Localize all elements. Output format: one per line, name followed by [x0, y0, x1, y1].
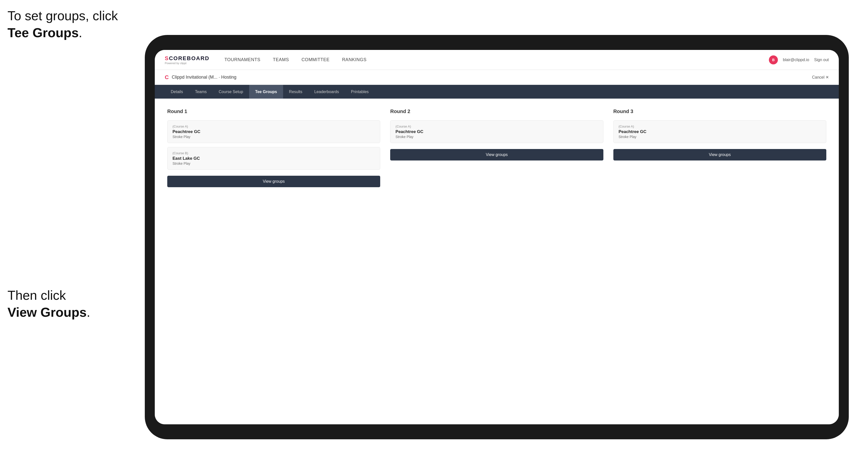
main-content: Round 1 (Course A) Peachtree GC Stroke P…	[155, 99, 839, 424]
round-1-course-b-card: (Course B) East Lake GC Stroke Play	[167, 147, 380, 170]
nav-committee[interactable]: COMMITTEE	[302, 57, 330, 62]
round-1-course-b-label: (Course B)	[173, 151, 375, 155]
tab-nav: Details Teams Course Setup Tee Groups Re…	[155, 85, 839, 99]
tablet-screen: SCOREBOARD Powered by clippt TOURNAMENTS…	[155, 50, 839, 424]
user-email: blair@clippd.io	[783, 58, 809, 62]
nav-rankings[interactable]: RANKINGS	[342, 57, 367, 62]
round-3-course-a-label: (Course A)	[619, 125, 821, 128]
logo-sub: Powered by clippt	[165, 62, 210, 65]
round-2-course-a-label: (Course A)	[396, 125, 598, 128]
instruction-bottom: Then click View Groups.	[7, 287, 90, 321]
tablet-device: SCOREBOARD Powered by clippt TOURNAMENTS…	[145, 35, 849, 439]
tab-details[interactable]: Details	[165, 85, 189, 99]
rounds-grid: Round 1 (Course A) Peachtree GC Stroke P…	[167, 108, 826, 187]
round-2-course-a-type: Stroke Play	[396, 135, 598, 139]
tab-teams[interactable]: Teams	[189, 85, 213, 99]
round-3-course-a-name: Peachtree GC	[619, 129, 821, 134]
round-1-course-a-card: (Course A) Peachtree GC Stroke Play	[167, 120, 380, 143]
sub-header: C Clippd Invitational (M... · Hosting Ca…	[155, 70, 839, 85]
tab-printables[interactable]: Printables	[345, 85, 375, 99]
round-1-course-a-type: Stroke Play	[173, 135, 375, 139]
logo-icon: S	[165, 55, 169, 61]
sub-header-title: Clippd Invitational (M... · Hosting	[172, 74, 812, 80]
tab-tee-groups[interactable]: Tee Groups	[249, 85, 283, 99]
round-1-course-b-name: East Lake GC	[173, 156, 375, 161]
tab-course-setup[interactable]: Course Setup	[213, 85, 249, 99]
round-1-course-b-type: Stroke Play	[173, 161, 375, 165]
cancel-button[interactable]: Cancel ✕	[812, 75, 829, 80]
round-3-column: Round 3 (Course A) Peachtree GC Stroke P…	[613, 108, 826, 187]
round-1-course-a-label: (Course A)	[173, 125, 375, 128]
round-2-course-a-card: (Course A) Peachtree GC Stroke Play	[390, 120, 603, 143]
top-nav-right: B blair@clippd.io Sign out	[769, 55, 829, 64]
logo-text: SCOREBOARD	[165, 55, 210, 62]
round-2-column: Round 2 (Course A) Peachtree GC Stroke P…	[390, 108, 603, 187]
round-1-column: Round 1 (Course A) Peachtree GC Stroke P…	[167, 108, 380, 187]
round-3-title: Round 3	[613, 108, 826, 114]
round-1-course-a-name: Peachtree GC	[173, 129, 375, 134]
tab-results[interactable]: Results	[283, 85, 308, 99]
nav-teams[interactable]: TEAMS	[273, 57, 289, 62]
user-avatar: B	[769, 55, 778, 64]
top-nav-links: TOURNAMENTS TEAMS COMMITTEE RANKINGS	[224, 57, 769, 62]
round-2-title: Round 2	[390, 108, 603, 114]
round-3-view-groups-button[interactable]: View groups	[613, 149, 826, 160]
round-2-course-a-name: Peachtree GC	[396, 129, 598, 134]
sign-out-link[interactable]: Sign out	[814, 58, 829, 62]
sub-header-logo: C	[165, 74, 169, 81]
round-3-course-a-type: Stroke Play	[619, 135, 821, 139]
round-3-course-a-card: (Course A) Peachtree GC Stroke Play	[613, 120, 826, 143]
instruction-top: To set groups, click Tee Groups.	[7, 7, 118, 41]
nav-tournaments[interactable]: TOURNAMENTS	[224, 57, 260, 62]
round-1-view-groups-button[interactable]: View groups	[167, 176, 380, 187]
tab-leaderboards[interactable]: Leaderboards	[308, 85, 345, 99]
top-nav: SCOREBOARD Powered by clippt TOURNAMENTS…	[155, 50, 839, 70]
logo-area: SCOREBOARD Powered by clippt	[165, 55, 210, 65]
round-2-view-groups-button[interactable]: View groups	[390, 149, 603, 160]
round-1-title: Round 1	[167, 108, 380, 114]
